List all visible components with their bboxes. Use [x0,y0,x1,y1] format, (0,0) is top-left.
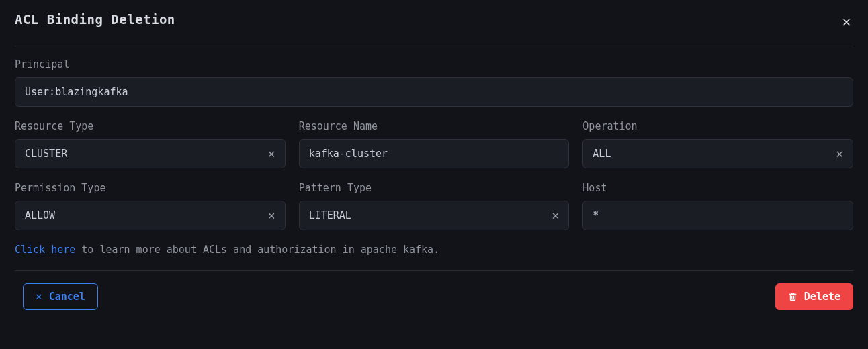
select-operation[interactable]: ALL ✕ [582,139,853,168]
divider [15,270,853,271]
field-resource-type: Resource Type CLUSTER ✕ [15,120,286,168]
help-text: Click here to learn more about ACLs and … [15,244,853,256]
dialog-header: ACL Binding Deletion ✕ [15,12,853,46]
clear-icon[interactable]: ✕ [263,209,275,221]
field-pattern-type: Pattern Type LITERAL ✕ [299,182,570,230]
select-operation-value: ALL [593,148,830,160]
label-permission-type: Permission Type [15,182,286,194]
close-icon[interactable]: ✕ [840,12,853,31]
trash-icon [788,292,797,301]
dialog-footer: ✕ Cancel Delete [15,283,853,310]
close-icon: ✕ [36,291,42,302]
select-pattern-type-value: LITERAL [309,209,547,221]
field-host: Host * [582,182,853,230]
label-operation: Operation [582,120,853,132]
label-host: Host [582,182,853,194]
label-resource-type: Resource Type [15,120,286,132]
delete-button-label: Delete [804,291,840,303]
input-principal-value: User:blazingkafka [25,86,843,98]
label-pattern-type: Pattern Type [299,182,570,194]
dialog-title: ACL Binding Deletion [15,12,175,27]
select-permission-type-value: ALLOW [25,209,263,221]
input-resource-name-value: kafka-cluster [309,148,560,160]
select-pattern-type[interactable]: LITERAL ✕ [299,201,570,230]
delete-button[interactable]: Delete [775,283,853,310]
field-resource-name: Resource Name kafka-cluster [299,120,570,168]
help-rest: to learn more about ACLs and authorizati… [75,244,439,256]
input-resource-name[interactable]: kafka-cluster [299,139,570,168]
row-2: Permission Type ALLOW ✕ Pattern Type LIT… [15,182,853,230]
field-principal: Principal User:blazingkafka [15,58,853,107]
label-principal: Principal [15,58,853,70]
field-permission-type: Permission Type ALLOW ✕ [15,182,286,230]
help-link[interactable]: Click here [15,244,75,256]
cancel-button-label: Cancel [49,291,85,303]
cancel-button[interactable]: ✕ Cancel [23,283,98,310]
clear-icon[interactable]: ✕ [830,148,843,160]
dialog: ACL Binding Deletion ✕ Principal User:bl… [0,0,868,322]
select-resource-type-value: CLUSTER [25,148,263,160]
row-1: Resource Type CLUSTER ✕ Resource Name ka… [15,120,853,168]
clear-icon[interactable]: ✕ [546,209,559,221]
field-operation: Operation ALL ✕ [582,120,853,168]
select-permission-type[interactable]: ALLOW ✕ [15,201,286,230]
select-resource-type[interactable]: CLUSTER ✕ [15,139,286,168]
input-principal[interactable]: User:blazingkafka [15,77,853,107]
clear-icon[interactable]: ✕ [263,148,275,160]
label-resource-name: Resource Name [299,120,570,132]
input-host-value: * [593,209,843,221]
input-host[interactable]: * [582,201,853,230]
